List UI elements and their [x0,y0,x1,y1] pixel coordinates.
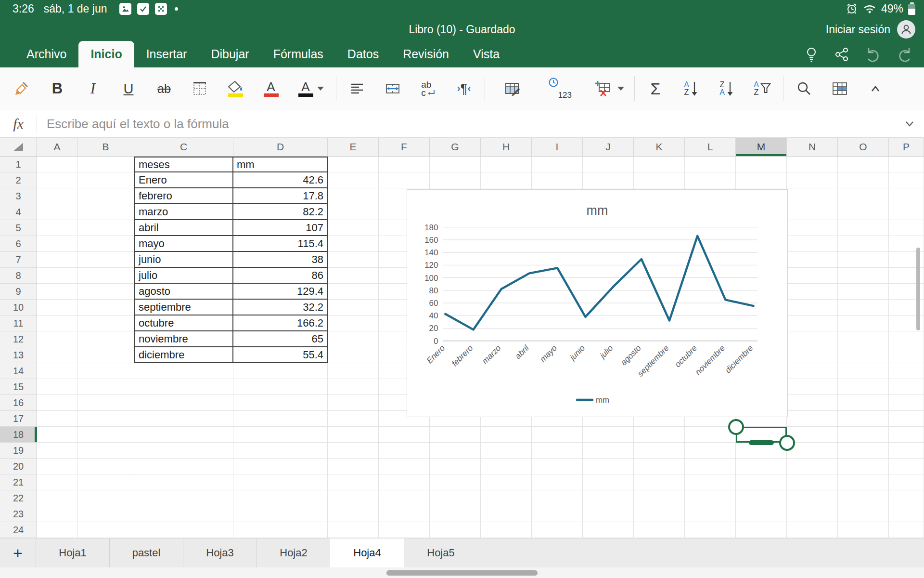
cell-O13[interactable] [838,347,889,363]
cell-G19[interactable] [430,443,481,459]
row-header-9[interactable]: 9 [0,284,37,300]
cell-I20[interactable] [532,459,583,474]
row-header-14[interactable]: 14 [0,363,37,379]
cell-B4[interactable] [77,204,134,220]
vertical-scrollbar[interactable] [916,248,920,330]
font-color-black-button[interactable]: A [289,73,333,104]
cell-I22[interactable] [532,490,583,506]
cell-I18[interactable] [532,427,583,443]
cell-B14[interactable] [77,363,134,379]
column-header-I[interactable]: I [532,138,583,157]
cell-A14[interactable] [37,363,77,379]
cell-O20[interactable] [838,459,889,474]
cell-D21[interactable] [233,474,328,490]
cell-E8[interactable] [328,268,379,284]
cell-P13[interactable] [889,347,924,363]
cell-A6[interactable] [37,236,77,252]
cell-L2[interactable] [685,172,736,188]
cell-A23[interactable] [37,506,77,522]
cell-F22[interactable] [379,490,430,506]
cell-N8[interactable] [787,268,838,284]
cell-O17[interactable] [838,411,889,427]
cell-A18[interactable] [37,427,77,443]
cell-N6[interactable] [787,236,838,252]
column-header-G[interactable]: G [430,138,481,157]
italic-button[interactable]: I [75,73,111,104]
cell-P5[interactable] [889,220,924,236]
ribbon-tab-fórmulas[interactable]: Fórmulas [261,41,335,67]
fill-color-button[interactable] [218,73,253,104]
cell-D6[interactable]: 115.4 [233,236,328,252]
cell-J22[interactable] [583,490,634,506]
cell-N16[interactable] [787,395,838,411]
cell-B24[interactable] [77,522,134,538]
cell-C15[interactable] [134,379,233,395]
cell-C17[interactable] [134,411,233,427]
cell-B6[interactable] [77,236,134,252]
cell-M24[interactable] [736,522,787,538]
cell-O1[interactable] [838,157,889,172]
cell-D3[interactable]: 17.8 [233,188,328,204]
cell-B16[interactable] [77,395,134,411]
cell-E19[interactable] [328,443,379,459]
redo-icon[interactable] [896,46,913,63]
cell-O16[interactable] [838,395,889,411]
cell-E2[interactable] [328,172,379,188]
cell-O8[interactable] [838,268,889,284]
row-header-24[interactable]: 24 [0,522,37,538]
row-header-5[interactable]: 5 [0,220,37,236]
cell-B2[interactable] [77,172,134,188]
cell-K18[interactable] [634,427,685,443]
cell-G18[interactable] [430,427,481,443]
row-header-20[interactable]: 20 [0,459,37,474]
row-header-15[interactable]: 15 [0,379,37,395]
cell-J24[interactable] [583,522,634,538]
cell-B12[interactable] [77,331,134,347]
cell-C3[interactable]: febrero [134,188,233,204]
cell-C10[interactable]: septiembre [134,300,233,315]
row-header-23[interactable]: 23 [0,506,37,522]
cell-E16[interactable] [328,395,379,411]
cell-N5[interactable] [787,220,838,236]
row-header-11[interactable]: 11 [0,315,37,331]
cell-M22[interactable] [736,490,787,506]
selection-handle-top-left[interactable] [728,419,744,435]
formula-input[interactable] [37,117,895,131]
cell-F18[interactable] [379,427,430,443]
cell-O22[interactable] [838,490,889,506]
sheet-tab-hoja2[interactable]: Hoja2 [257,539,330,567]
cell-E22[interactable] [328,490,379,506]
column-header-H[interactable]: H [481,138,532,157]
paragraph-marks-button[interactable]: › ¶ ‹ [446,73,482,104]
column-header-K[interactable]: K [634,138,685,157]
sort-descending-button[interactable]: ZA [709,73,744,104]
cell-D17[interactable] [233,411,328,427]
cell-D2[interactable]: 42.6 [233,172,328,188]
cell-N9[interactable] [787,284,838,300]
cell-I21[interactable] [532,474,583,490]
format-painter-button[interactable] [4,73,39,104]
cell-G2[interactable] [430,172,481,188]
cell-I2[interactable] [532,172,583,188]
select-all-corner[interactable] [0,138,37,157]
cell-A5[interactable] [37,220,77,236]
cell-O6[interactable] [838,236,889,252]
cell-B21[interactable] [77,474,134,490]
cell-P1[interactable] [889,157,924,172]
cell-E10[interactable] [328,300,379,315]
cell-P24[interactable] [889,522,924,538]
cell-E14[interactable] [328,363,379,379]
cell-N7[interactable] [787,252,838,268]
cell-C8[interactable]: julio [134,268,233,284]
freeze-panes-button[interactable] [822,73,858,104]
cell-B22[interactable] [77,490,134,506]
account-avatar[interactable] [897,20,915,39]
cell-D22[interactable] [233,490,328,506]
cell-N10[interactable] [787,300,838,315]
cell-N14[interactable] [787,363,838,379]
cell-D13[interactable]: 55.4 [233,347,328,363]
ribbon-tab-dibujar[interactable]: Dibujar [199,41,261,67]
cell-A24[interactable] [37,522,77,538]
row-header-8[interactable]: 8 [0,268,37,284]
cell-P17[interactable] [889,411,924,427]
